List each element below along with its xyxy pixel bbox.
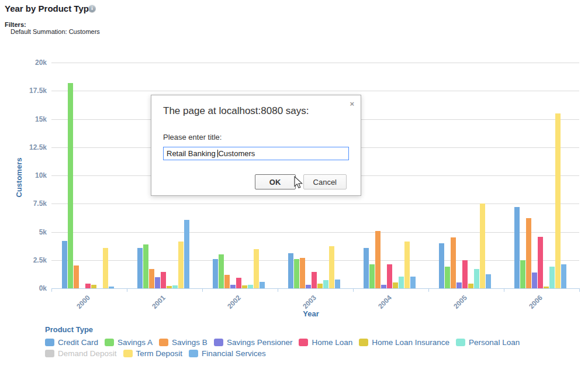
- axis-tick: [278, 289, 278, 292]
- bar-home-loan-insurance-2004[interactable]: [393, 282, 398, 288]
- bar-credit-card-2006[interactable]: [514, 207, 520, 288]
- bar-personal-loan-2005[interactable]: [474, 269, 479, 288]
- legend-item-term-deposit[interactable]: Term Deposit: [123, 349, 183, 358]
- cancel-button[interactable]: Cancel: [303, 174, 347, 189]
- axis-tick: [127, 289, 127, 292]
- y-axis-tick-label: 17.5k: [5, 87, 47, 95]
- bar-savings-a-2004[interactable]: [369, 264, 375, 288]
- title-input[interactable]: Retail Banking Customers: [163, 147, 349, 160]
- bar-term-deposit-2002[interactable]: [254, 249, 259, 288]
- legend-swatch: [45, 350, 54, 357]
- bar-home-loan-insurance-2006[interactable]: [544, 287, 549, 288]
- legend-swatch: [214, 339, 223, 346]
- bar-savings-pensioner-2003[interactable]: [306, 285, 311, 288]
- bar-savings-a-2000[interactable]: [68, 83, 73, 288]
- x-axis-tick-label: 2004: [361, 294, 393, 326]
- bar-financial-services-2001[interactable]: [184, 220, 189, 288]
- bar-home-loan-2005[interactable]: [462, 260, 468, 288]
- bar-savings-a-2001[interactable]: [143, 244, 148, 288]
- legend-item-personal-loan[interactable]: Personal Loan: [456, 338, 520, 347]
- close-icon[interactable]: ×: [350, 100, 354, 108]
- bar-home-loan-insurance-2002[interactable]: [242, 285, 247, 288]
- legend-swatch: [299, 339, 308, 346]
- bar-savings-pensioner-2001[interactable]: [155, 277, 160, 288]
- bar-home-loan-2001[interactable]: [161, 272, 166, 288]
- bar-home-loan-insurance-2003[interactable]: [317, 284, 323, 288]
- legend-item-savings-b[interactable]: Savings B: [159, 338, 207, 347]
- bar-savings-a-2002[interactable]: [219, 254, 224, 288]
- bar-savings-b-2002[interactable]: [224, 275, 230, 288]
- axis-tick: [202, 289, 203, 292]
- bar-credit-card-2001[interactable]: [137, 248, 143, 288]
- bar-home-loan-2004[interactable]: [387, 264, 392, 288]
- bar-credit-card-2003[interactable]: [288, 253, 293, 288]
- x-axis-tick-label: 2006: [511, 294, 544, 326]
- bar-savings-a-2003[interactable]: [294, 259, 299, 288]
- legend-item-home-loan[interactable]: Home Loan: [299, 338, 352, 347]
- bar-personal-loan-2001[interactable]: [172, 285, 178, 288]
- legend-swatch: [123, 350, 133, 357]
- bar-home-loan-insurance-2001[interactable]: [167, 286, 172, 288]
- bar-financial-services-2003[interactable]: [335, 280, 340, 288]
- x-axis-tick-label: 2000: [59, 294, 91, 326]
- legend-item-savings-pensioner[interactable]: Savings Pensioner: [214, 338, 293, 347]
- legend-item-savings-a[interactable]: Savings A: [105, 338, 153, 347]
- bar-savings-b-2001[interactable]: [149, 269, 154, 288]
- y-axis-tick-label: 15k: [5, 115, 47, 123]
- legend-title: Product Type: [45, 325, 575, 334]
- bar-personal-loan-2003[interactable]: [323, 280, 328, 288]
- bar-savings-b-2003[interactable]: [300, 258, 305, 288]
- legend-label: Home Loan Insurance: [372, 338, 449, 347]
- x-axis-tick-label: 2001: [134, 294, 167, 326]
- bar-savings-pensioner-2004[interactable]: [381, 285, 386, 288]
- bar-financial-services-2000[interactable]: [109, 287, 114, 288]
- legend-label: Savings A: [117, 338, 153, 347]
- legend-item-demand-deposit[interactable]: Demand Deposit: [45, 349, 117, 358]
- y-axis-tick-label: 20k: [5, 58, 47, 67]
- axis-tick: [579, 289, 580, 292]
- bar-financial-services-2004[interactable]: [410, 277, 416, 288]
- bar-term-deposit-2000[interactable]: [103, 248, 108, 288]
- bar-savings-pensioner-2005[interactable]: [456, 282, 462, 288]
- bar-credit-card-2004[interactable]: [364, 248, 369, 288]
- legend-item-credit-card[interactable]: Credit Card: [45, 338, 98, 347]
- bar-personal-loan-2004[interactable]: [399, 277, 404, 288]
- bar-credit-card-2005[interactable]: [439, 243, 444, 288]
- bar-personal-loan-2006[interactable]: [549, 267, 555, 288]
- bar-home-loan-2000[interactable]: [85, 284, 91, 288]
- bar-financial-services-2006[interactable]: [561, 264, 566, 288]
- bar-home-loan-insurance-2000[interactable]: [91, 285, 96, 288]
- bar-savings-pensioner-2006[interactable]: [532, 273, 537, 288]
- legend-item-financial-services[interactable]: Financial Services: [189, 349, 266, 358]
- bar-savings-a-2006[interactable]: [520, 260, 525, 288]
- bar-term-deposit-2004[interactable]: [404, 242, 410, 288]
- axis-tick: [353, 289, 354, 292]
- y-axis-tick-label: 12.5k: [5, 143, 47, 151]
- bar-savings-b-2004[interactable]: [375, 231, 381, 288]
- bar-credit-card-2000[interactable]: [62, 241, 67, 288]
- legend-item-home-loan-insurance[interactable]: Home Loan Insurance: [359, 338, 449, 347]
- bar-credit-card-2002[interactable]: [213, 259, 218, 288]
- bar-home-loan-2002[interactable]: [236, 278, 241, 288]
- bar-home-loan-2006[interactable]: [538, 237, 543, 288]
- bar-personal-loan-2002[interactable]: [248, 285, 253, 288]
- bar-financial-services-2002[interactable]: [260, 282, 265, 288]
- axis-tick: [504, 289, 504, 292]
- ok-button[interactable]: OK: [255, 174, 296, 189]
- bar-financial-services-2005[interactable]: [486, 274, 491, 288]
- bar-term-deposit-2006[interactable]: [555, 113, 561, 288]
- chart-legend: Product Type Credit CardSavings ASavings…: [45, 325, 575, 358]
- bar-home-loan-2003[interactable]: [312, 272, 317, 288]
- bar-savings-b-2005[interactable]: [451, 237, 456, 288]
- x-axis-tick-label: 2002: [210, 294, 242, 326]
- legend-label: Term Deposit: [136, 349, 183, 358]
- bar-home-loan-insurance-2005[interactable]: [468, 284, 473, 288]
- bar-savings-b-2000[interactable]: [74, 265, 79, 288]
- bar-savings-b-2006[interactable]: [526, 218, 531, 288]
- bar-term-deposit-2005[interactable]: [480, 204, 485, 288]
- bar-term-deposit-2003[interactable]: [329, 246, 334, 288]
- bar-savings-pensioner-2002[interactable]: [230, 285, 236, 288]
- bar-term-deposit-2001[interactable]: [178, 242, 184, 288]
- bar-savings-a-2005[interactable]: [445, 267, 450, 288]
- x-axis-tick-label: 2005: [436, 294, 468, 326]
